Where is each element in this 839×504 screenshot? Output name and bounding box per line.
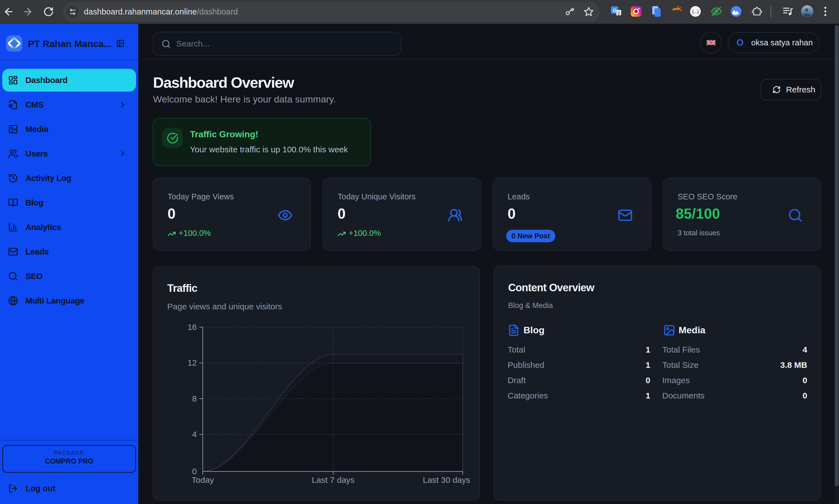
svg-text:8: 8 [192,394,197,403]
svg-text:Today: Today [191,475,214,485]
svg-text:0: 0 [192,467,197,476]
svg-text:16: 16 [188,322,197,331]
svg-text:12: 12 [188,358,197,367]
svg-text:Last 7 days: Last 7 days [312,475,355,485]
svg-text:Last 30 days: Last 30 days [423,475,470,485]
svg-text:4: 4 [192,430,197,439]
svg-text:G: G [613,7,617,13]
svg-text:{...}: {...} [692,9,699,14]
